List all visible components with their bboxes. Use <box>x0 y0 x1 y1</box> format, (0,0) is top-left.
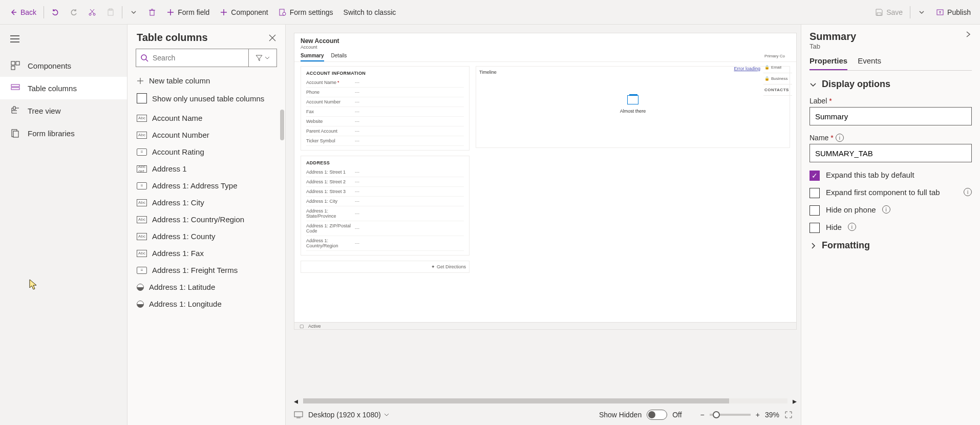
form-field[interactable]: Ticker Symbol--- <box>306 136 464 146</box>
text-type-icon: Abc <box>137 115 147 122</box>
form-field[interactable]: Address 1: City--- <box>306 197 464 206</box>
show-hidden-toggle[interactable] <box>647 410 667 420</box>
paste-options-button[interactable] <box>124 3 143 22</box>
zoom-in-button[interactable]: + <box>756 411 760 419</box>
form-libraries-icon <box>10 128 20 138</box>
column-item-label: Address 1: Address Type <box>152 181 238 190</box>
filter-icon <box>255 54 263 61</box>
table-columns-panel: Table columns New table column Show only… <box>127 25 286 425</box>
expand-default-checkbox[interactable]: ✓ Expand this tab by default <box>809 171 972 181</box>
form-preview[interactable]: New Account Account Summary Details Erro… <box>294 33 797 330</box>
form-field[interactable]: Address 1: Street 2--- <box>306 177 464 187</box>
section-formatting[interactable]: Formatting <box>809 240 972 251</box>
column-item[interactable]: AbcAddress 1: County <box>127 228 285 245</box>
paste-button[interactable] <box>101 3 120 22</box>
text-type-icon: Abc <box>137 132 147 139</box>
save-button[interactable]: Save <box>870 3 908 22</box>
column-item[interactable]: Address 1: Latitude <box>127 279 285 295</box>
nav-components[interactable]: Components <box>0 54 127 77</box>
show-unused-checkbox-row[interactable]: Show only unused table columns <box>127 89 285 110</box>
name-input[interactable] <box>809 144 972 162</box>
save-options-button[interactable] <box>912 3 931 22</box>
form-field[interactable]: Account Name*--- <box>306 78 464 88</box>
nav-tree-view[interactable]: Tree view <box>0 99 127 122</box>
column-item[interactable]: AbcAccount Number <box>127 126 285 143</box>
section-display-options[interactable]: Display options <box>809 79 972 90</box>
arrow-left-icon <box>9 8 17 16</box>
props-tab-properties[interactable]: Properties <box>809 56 847 70</box>
search-input-wrapper[interactable] <box>136 49 248 67</box>
expand-first-checkbox[interactable]: Expand first component to full tab i <box>809 188 972 198</box>
side-business[interactable]: 🔒 Business <box>763 73 792 84</box>
publish-button[interactable]: Publish <box>931 3 976 22</box>
hide-on-phone-checkbox[interactable]: Hide on phone i <box>809 205 972 216</box>
form-field[interactable]: Phone--- <box>306 88 464 97</box>
search-input[interactable] <box>153 54 244 62</box>
form-field[interactable]: Account Number--- <box>306 97 464 107</box>
side-email[interactable]: 🔒 Email <box>763 62 792 73</box>
column-item[interactable]: ≡Account Rating <box>127 143 285 160</box>
expand-panel-button[interactable] <box>965 31 972 38</box>
error-loading-link[interactable]: Error loading <box>734 66 760 71</box>
scrollbar-thumb[interactable] <box>280 110 284 140</box>
info-icon[interactable]: i <box>882 205 890 214</box>
device-selector[interactable]: Desktop (1920 x 1080) <box>308 411 389 419</box>
form-field[interactable]: Address 1: ZIP/Postal Code--- <box>306 221 464 236</box>
form-field[interactable]: Address 1: Street 1--- <box>306 167 464 177</box>
horizontal-scrollbar[interactable]: ◂ ▸ <box>286 397 801 405</box>
plus-icon <box>137 77 144 84</box>
zoom-out-button[interactable]: − <box>700 411 705 419</box>
get-directions-button[interactable]: ✦ Get Directions <box>301 261 470 273</box>
hide-checkbox[interactable]: Hide i <box>809 223 972 233</box>
form-field[interactable]: Address 1: Street 3--- <box>306 187 464 197</box>
info-icon[interactable]: i <box>964 188 972 196</box>
props-tab-events[interactable]: Events <box>858 56 881 70</box>
delete-button[interactable] <box>143 3 161 22</box>
add-component-button[interactable]: Component <box>215 3 273 22</box>
nav-table-columns[interactable]: Table columns <box>0 77 127 99</box>
column-item[interactable]: AbcAddress 1: Fax <box>127 245 285 262</box>
text-type-icon: Abc <box>137 216 147 223</box>
close-panel-button[interactable] <box>269 34 276 41</box>
section-account-info[interactable]: ACCOUNT INFORMATION Account Name*---Phon… <box>301 66 470 151</box>
name-field-label: Name*i <box>809 134 972 142</box>
info-icon[interactable]: i <box>836 134 844 142</box>
back-button[interactable]: Back <box>4 3 41 22</box>
column-item[interactable]: ≡Address 1: Address Type <box>127 177 285 194</box>
nav-form-libraries[interactable]: Form libraries <box>0 122 127 144</box>
redo-button[interactable] <box>65 3 83 22</box>
column-item[interactable]: AbcAddress 1: City <box>127 194 285 211</box>
form-field[interactable]: Address 1: Country/Region--- <box>306 236 464 251</box>
column-item[interactable]: AbcAddress 1: Country/Region <box>127 211 285 228</box>
cut-button[interactable] <box>83 3 101 22</box>
undo-button[interactable] <box>46 3 65 22</box>
zoom-slider[interactable] <box>710 414 751 416</box>
form-field[interactable]: Website--- <box>306 117 464 126</box>
filter-button[interactable] <box>248 49 277 67</box>
side-primary-contact[interactable]: Primary Co <box>763 51 792 62</box>
section-timeline[interactable]: Timeline Almost there <box>476 66 790 148</box>
column-item[interactable]: ≡Address 1: Freight Terms <box>127 262 285 279</box>
section-address[interactable]: ADDRESS Address 1: Street 1---Address 1:… <box>301 156 470 256</box>
column-item-label: Address 1: Latitude <box>149 283 215 291</box>
column-item[interactable]: AbcAccount Name <box>127 110 285 126</box>
chevron-down-icon <box>130 8 138 16</box>
label-input[interactable] <box>809 107 972 125</box>
column-item[interactable]: AbcdefAddress 1 <box>127 160 285 177</box>
new-table-column-button[interactable]: New table column <box>127 72 285 89</box>
add-form-field-button[interactable]: Form field <box>161 3 215 22</box>
left-navigation: Components Table columns Tree view Form … <box>0 25 127 425</box>
preview-tab-summary[interactable]: Summary <box>301 53 324 61</box>
fit-to-screen-button[interactable] <box>784 411 793 419</box>
form-field[interactable]: Fax--- <box>306 107 464 117</box>
form-field[interactable]: Parent Account--- <box>306 126 464 136</box>
switch-classic-button[interactable]: Switch to classic <box>338 3 401 22</box>
column-item[interactable]: Address 1: Longitude <box>127 295 285 312</box>
form-settings-button[interactable]: Form settings <box>273 3 338 22</box>
svg-rect-23 <box>11 66 15 70</box>
chevron-down-icon <box>918 8 926 16</box>
info-icon[interactable]: i <box>848 223 856 231</box>
hamburger-button[interactable] <box>0 29 127 49</box>
form-field[interactable]: Address 1: State/Province--- <box>306 206 464 221</box>
preview-tab-details[interactable]: Details <box>331 53 347 61</box>
